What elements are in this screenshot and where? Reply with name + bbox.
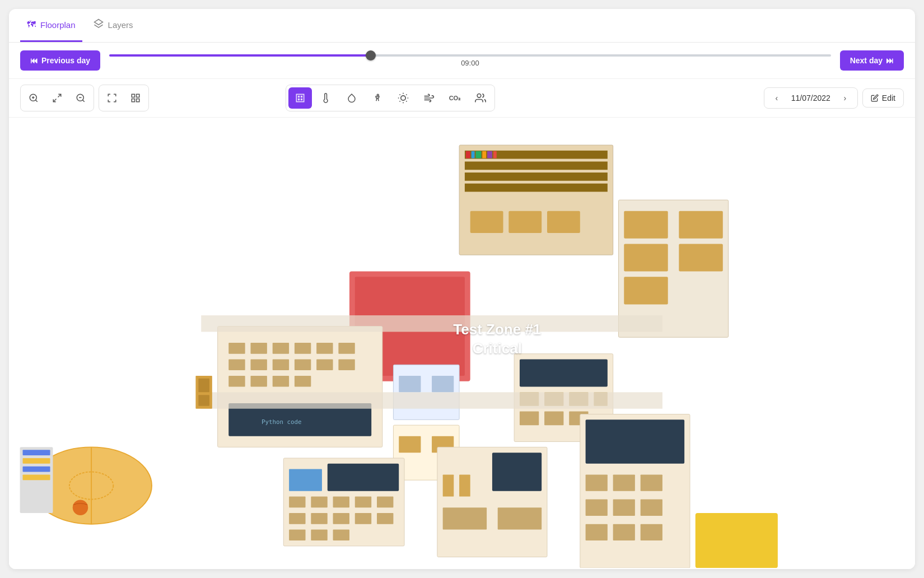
date-next-button[interactable]: › xyxy=(837,90,853,106)
sensor-temp-button[interactable] xyxy=(314,87,338,109)
svg-rect-61 xyxy=(228,376,245,387)
prev-day-label: Previous day xyxy=(41,56,90,65)
svg-rect-120 xyxy=(613,474,635,491)
svg-line-8 xyxy=(82,100,84,101)
svg-rect-58 xyxy=(295,359,311,370)
svg-rect-13 xyxy=(132,99,134,102)
svg-rect-87 xyxy=(520,359,608,386)
svg-rect-102 xyxy=(377,497,393,508)
svg-rect-128 xyxy=(201,315,662,332)
svg-rect-84 xyxy=(399,436,421,453)
svg-rect-108 xyxy=(289,529,305,540)
svg-rect-11 xyxy=(137,94,139,97)
toolbar: CO₂ ‹ 11/07/2022 › xyxy=(9,79,915,118)
sensor-light-button[interactable] xyxy=(391,87,415,109)
zoom-fit-button[interactable] xyxy=(46,87,68,109)
svg-rect-26 xyxy=(459,145,613,255)
building-svg: Python code xyxy=(9,118,915,568)
svg-rect-113 xyxy=(443,474,454,496)
sensor-airflow-button[interactable] xyxy=(417,87,441,109)
view-controls xyxy=(99,85,149,111)
svg-rect-104 xyxy=(311,513,327,524)
svg-rect-52 xyxy=(295,343,311,354)
svg-rect-39 xyxy=(547,211,580,233)
svg-rect-31 xyxy=(466,151,470,159)
svg-rect-133 xyxy=(198,395,209,406)
svg-rect-98 xyxy=(289,497,305,508)
svg-rect-124 xyxy=(641,500,662,516)
svg-rect-115 xyxy=(443,507,487,529)
svg-rect-103 xyxy=(289,513,305,524)
svg-rect-121 xyxy=(641,474,662,491)
next-day-label: Next day xyxy=(850,56,883,65)
svg-rect-116 xyxy=(498,507,542,529)
sensor-co2-button[interactable]: CO₂ xyxy=(443,87,466,109)
grid-button[interactable] xyxy=(125,87,146,109)
svg-rect-76 xyxy=(23,467,50,472)
svg-rect-44 xyxy=(679,211,722,239)
timeline-slider-container: 09:00 xyxy=(109,54,830,67)
svg-rect-38 xyxy=(508,211,542,233)
zoom-controls xyxy=(20,85,94,111)
sensor-humidity-button[interactable] xyxy=(340,87,363,109)
co2-label-btn: CO₂ xyxy=(449,95,461,102)
sensor-motion-button[interactable] xyxy=(366,87,389,109)
date-navigation: ‹ 11/07/2022 › xyxy=(764,87,858,109)
svg-rect-63 xyxy=(273,376,289,387)
svg-rect-42 xyxy=(624,244,668,272)
svg-line-2 xyxy=(35,100,37,101)
svg-rect-54 xyxy=(338,343,354,354)
next-day-icon: ⏭ xyxy=(886,56,894,65)
svg-rect-106 xyxy=(355,513,371,524)
svg-rect-97 xyxy=(289,469,322,491)
edit-button[interactable]: Edit xyxy=(862,88,904,108)
svg-rect-10 xyxy=(132,94,134,97)
svg-rect-96 xyxy=(328,464,399,491)
svg-point-72 xyxy=(73,500,88,515)
svg-rect-119 xyxy=(586,474,608,491)
sensor-people-button[interactable] xyxy=(469,87,492,109)
svg-point-24 xyxy=(477,94,481,98)
svg-rect-34 xyxy=(482,151,486,159)
svg-rect-127 xyxy=(641,524,662,540)
svg-rect-32 xyxy=(472,151,475,159)
tab-floorplan[interactable]: 🗺 Floorplan xyxy=(20,9,82,42)
fullscreen-button[interactable] xyxy=(101,87,123,109)
svg-rect-30 xyxy=(465,184,608,192)
sensor-controls: CO₂ xyxy=(286,85,495,111)
svg-point-15 xyxy=(401,96,405,100)
svg-line-19 xyxy=(406,101,407,101)
svg-rect-28 xyxy=(465,161,608,170)
svg-line-22 xyxy=(399,101,400,101)
svg-rect-122 xyxy=(586,500,608,516)
svg-rect-105 xyxy=(333,513,349,524)
sensor-floorplan-button[interactable] xyxy=(288,87,312,109)
svg-rect-36 xyxy=(493,151,497,159)
date-prev-button[interactable]: ‹ xyxy=(769,90,785,106)
prev-day-button[interactable]: ⏮ Previous day xyxy=(20,50,100,71)
svg-rect-55 xyxy=(228,359,245,370)
svg-text:Python code: Python code xyxy=(262,418,301,426)
svg-rect-29 xyxy=(465,173,608,181)
svg-rect-110 xyxy=(333,529,349,540)
zoom-out-button[interactable] xyxy=(70,87,91,109)
timeline-time: 09:00 xyxy=(461,59,479,67)
edit-icon xyxy=(871,94,879,102)
svg-rect-82 xyxy=(399,376,421,392)
edit-label: Edit xyxy=(882,94,895,102)
svg-rect-99 xyxy=(311,497,327,508)
timeline-slider[interactable] xyxy=(109,54,830,57)
timeline-bar: ⏮ Previous day 09:00 Next day ⏭ xyxy=(9,43,915,79)
floorplan-canvas[interactable]: Python code xyxy=(9,118,915,569)
svg-rect-60 xyxy=(338,359,354,370)
svg-rect-74 xyxy=(23,450,50,455)
svg-rect-77 xyxy=(23,474,50,480)
tab-layers[interactable]: Layers xyxy=(87,9,140,42)
svg-rect-12 xyxy=(137,99,139,102)
svg-rect-56 xyxy=(250,359,267,370)
tab-layers-label: Layers xyxy=(108,20,133,30)
svg-line-23 xyxy=(406,95,407,95)
svg-rect-35 xyxy=(487,151,492,159)
next-day-button[interactable]: Next day ⏭ xyxy=(840,50,904,71)
zoom-in-button[interactable] xyxy=(23,87,44,109)
